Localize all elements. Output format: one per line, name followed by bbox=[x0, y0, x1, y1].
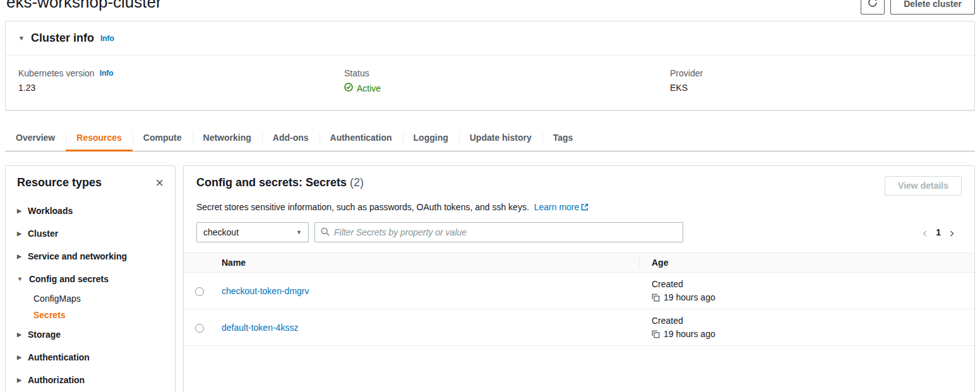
search-box bbox=[314, 222, 683, 242]
status-badge: Active bbox=[357, 83, 381, 93]
secret-name-link[interactable]: checkout-token-dmgrv bbox=[222, 286, 309, 296]
table-header-row: Name Age bbox=[184, 253, 974, 273]
sidebar-item-label: Authentication bbox=[28, 352, 90, 362]
chevron-right-icon: ▶ bbox=[17, 354, 21, 360]
content-area: Resource types × ▶ Workloads ▶ Cluster ▶… bbox=[5, 165, 975, 392]
chevron-right-icon: ▶ bbox=[17, 230, 21, 237]
resource-types-list: ▶ Workloads ▶ Cluster ▶ Service and netw… bbox=[17, 199, 164, 391]
tab-overview[interactable]: Overview bbox=[5, 124, 66, 151]
search-input[interactable] bbox=[334, 223, 677, 241]
created-label: Created bbox=[652, 316, 974, 326]
sidebar-item-storage[interactable]: ▶ Storage bbox=[17, 323, 164, 346]
row-radio-button[interactable] bbox=[195, 287, 204, 296]
chevron-right-icon: ▶ bbox=[17, 331, 21, 338]
secrets-description: Secret stores sensitive information, suc… bbox=[196, 202, 962, 213]
cluster-info-info-link[interactable]: Info bbox=[100, 34, 114, 43]
table-row: default-token-4kssz Created bbox=[184, 309, 974, 346]
sidebar-item-label: Workloads bbox=[28, 206, 73, 216]
tab-compute[interactable]: Compute bbox=[133, 124, 193, 151]
copy-icon[interactable] bbox=[652, 294, 660, 302]
status-value: Active bbox=[344, 83, 670, 93]
chevron-right-icon: ▶ bbox=[17, 253, 21, 259]
secrets-table: Name Age checkout-token-dmgrv Created bbox=[184, 252, 974, 346]
cluster-info-body: Kubernetes version Info 1.23 Status Acti… bbox=[6, 56, 974, 110]
filter-row: checkout ▼ ‹ 1 bbox=[196, 222, 962, 242]
sidebar-item-secrets[interactable]: Secrets bbox=[33, 307, 164, 323]
close-icon[interactable]: × bbox=[155, 177, 164, 189]
copy-icon[interactable] bbox=[652, 330, 660, 338]
secret-name-link[interactable]: default-token-4kssz bbox=[222, 323, 298, 333]
secrets-panel: Config and secrets: Secrets (2) View det… bbox=[183, 165, 975, 392]
chevron-down-icon: ▼ bbox=[296, 229, 302, 235]
kubernetes-version-value: 1.23 bbox=[18, 83, 344, 93]
pagination-prev-icon[interactable]: ‹ bbox=[923, 226, 927, 239]
tab-authentication[interactable]: Authentication bbox=[320, 124, 403, 151]
chevron-right-icon: ▶ bbox=[17, 208, 21, 214]
secrets-panel-title: Config and secrets: Secrets (2) bbox=[196, 176, 364, 189]
kubernetes-version-field: Kubernetes version Info 1.23 bbox=[18, 68, 344, 93]
page: eks-workshop-cluster Delete cluster ▼ Cl… bbox=[0, 0, 980, 392]
row-radio-button[interactable] bbox=[195, 324, 204, 333]
age-cell: Created 19 hours ago bbox=[639, 309, 974, 346]
cluster-info-section: ▼ Cluster info Info Kubernetes version I… bbox=[5, 21, 975, 110]
resource-types-panel: Resource types × ▶ Workloads ▶ Cluster ▶… bbox=[5, 165, 176, 392]
tab-resources[interactable]: Resources bbox=[66, 124, 133, 151]
chevron-down-icon: ▼ bbox=[17, 276, 23, 282]
resource-types-header: Resource types × bbox=[17, 176, 164, 189]
age-value: 19 hours ago bbox=[664, 329, 715, 339]
status-field: Status Active bbox=[344, 68, 670, 93]
sidebar-item-authentication[interactable]: ▶ Authentication bbox=[17, 346, 164, 369]
age-column-header: Age bbox=[639, 253, 974, 273]
sidebar-item-label: Config and secrets bbox=[29, 274, 109, 284]
provider-value: EKS bbox=[670, 83, 703, 93]
pagination: ‹ 1 › bbox=[923, 226, 962, 239]
pagination-current-page[interactable]: 1 bbox=[936, 227, 941, 237]
sidebar-item-config-and-secrets[interactable]: ▼ Config and secrets bbox=[17, 268, 164, 290]
page-title: eks-workshop-cluster bbox=[6, 0, 162, 12]
cluster-info-header[interactable]: ▼ Cluster info Info bbox=[6, 21, 974, 55]
filter-dropdown[interactable]: checkout ▼ bbox=[196, 222, 309, 242]
table-row: checkout-token-dmgrv Created bbox=[184, 273, 974, 309]
header-actions: Delete cluster bbox=[861, 0, 975, 15]
resource-types-title: Resource types bbox=[17, 176, 102, 189]
sidebar-item-label: Storage bbox=[28, 330, 61, 340]
sidebar-item-service-and-networking[interactable]: ▶ Service and networking bbox=[17, 245, 164, 268]
pagination-next-icon[interactable]: › bbox=[950, 226, 954, 239]
view-details-button[interactable]: View details bbox=[885, 176, 962, 196]
tab-tags[interactable]: Tags bbox=[542, 124, 584, 151]
search-icon bbox=[321, 227, 330, 238]
age-value: 19 hours ago bbox=[664, 292, 715, 302]
config-and-secrets-children: ConfigMaps Secrets bbox=[17, 290, 164, 323]
provider-label: Provider bbox=[670, 68, 703, 78]
sidebar-item-workloads[interactable]: ▶ Workloads bbox=[17, 199, 164, 222]
refresh-icon bbox=[868, 0, 878, 10]
sidebar-item-label: Authorization bbox=[28, 375, 85, 385]
sidebar-item-cluster[interactable]: ▶ Cluster bbox=[17, 222, 164, 245]
provider-field: Provider EKS bbox=[670, 68, 703, 93]
cluster-info-title: Cluster info bbox=[31, 32, 94, 45]
name-column-header: Name bbox=[214, 253, 639, 273]
sidebar-item-label: Service and networking bbox=[28, 251, 127, 261]
tab-bar: Overview Resources Compute Networking Ad… bbox=[5, 124, 975, 151]
tab-update-history[interactable]: Update history bbox=[459, 124, 542, 151]
age-cell: Created 19 hours ago bbox=[639, 273, 974, 309]
status-check-icon bbox=[344, 83, 353, 93]
delete-cluster-button[interactable]: Delete cluster bbox=[890, 0, 975, 15]
chevron-down-icon[interactable]: ▼ bbox=[18, 35, 25, 42]
tab-logging[interactable]: Logging bbox=[403, 124, 459, 151]
description-text: Secret stores sensitive information, suc… bbox=[196, 202, 529, 212]
kubernetes-version-info-link[interactable]: Info bbox=[100, 69, 114, 78]
sidebar-item-authorization[interactable]: ▶ Authorization bbox=[17, 369, 164, 391]
page-header: eks-workshop-cluster Delete cluster bbox=[5, 0, 975, 13]
sidebar-item-configmaps[interactable]: ConfigMaps bbox=[33, 290, 164, 307]
secrets-count: (2) bbox=[350, 176, 364, 189]
chevron-right-icon: ▶ bbox=[17, 377, 21, 383]
tab-add-ons[interactable]: Add-ons bbox=[262, 124, 320, 151]
panel-title-text: Config and secrets: Secrets bbox=[196, 176, 347, 189]
secrets-panel-header: Config and secrets: Secrets (2) View det… bbox=[184, 166, 974, 242]
refresh-button[interactable] bbox=[861, 0, 885, 15]
kubernetes-version-label: Kubernetes version Info bbox=[18, 68, 344, 78]
learn-more-link[interactable]: Learn more bbox=[534, 202, 580, 212]
tab-networking[interactable]: Networking bbox=[193, 124, 262, 151]
filter-dropdown-value: checkout bbox=[203, 227, 239, 237]
